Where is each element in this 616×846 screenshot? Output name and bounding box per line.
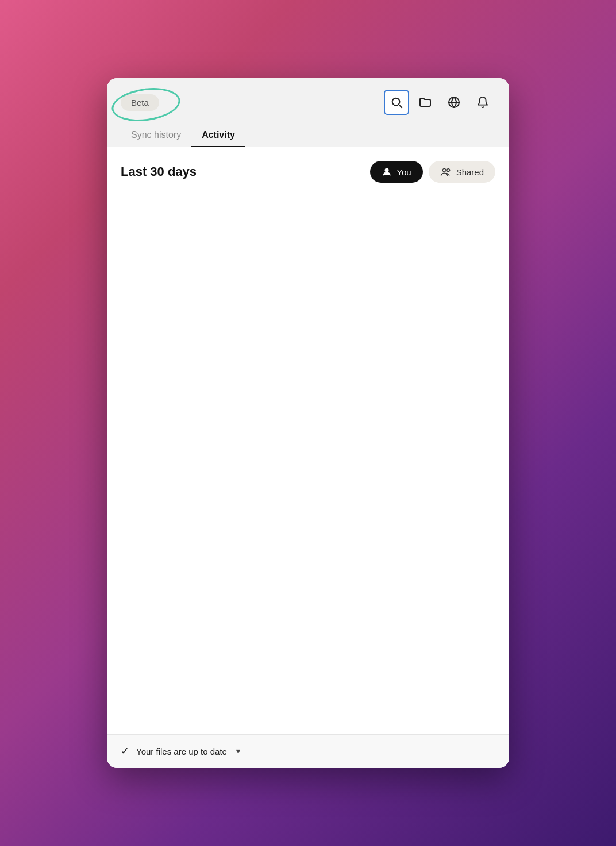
- filter-you-button[interactable]: You: [370, 161, 422, 183]
- filter-shared-button[interactable]: Shared: [429, 161, 495, 183]
- footer: ✓ Your files are up to date ▾: [107, 734, 509, 768]
- header: Beta: [107, 78, 509, 147]
- empty-area: [121, 194, 495, 734]
- you-label: You: [396, 167, 411, 177]
- bell-button[interactable]: [470, 90, 495, 115]
- svg-point-5: [446, 169, 449, 172]
- beta-wrapper: Beta: [121, 94, 159, 111]
- search-icon: [390, 96, 403, 109]
- tab-activity[interactable]: Activity: [191, 124, 245, 147]
- folder-button[interactable]: [413, 90, 438, 115]
- bell-icon: [476, 96, 489, 109]
- period-row: Last 30 days You: [121, 161, 495, 183]
- period-label: Last 30 days: [121, 164, 197, 179]
- header-icons: [384, 90, 495, 115]
- person-icon: [382, 167, 392, 177]
- globe-button[interactable]: [441, 90, 467, 115]
- checkmark-icon: ✓: [121, 745, 129, 757]
- tabs: Sync history Activity: [121, 124, 495, 147]
- shared-icon: [440, 167, 452, 177]
- status-text: Your files are up to date: [136, 747, 227, 756]
- svg-point-3: [385, 168, 388, 172]
- tab-sync-history[interactable]: Sync history: [121, 124, 191, 147]
- main-content: Last 30 days You: [107, 147, 509, 734]
- folder-icon: [418, 95, 432, 109]
- svg-point-4: [442, 168, 446, 172]
- shared-label: Shared: [456, 167, 484, 177]
- app-window: Beta: [107, 78, 509, 768]
- chevron-down-icon[interactable]: ▾: [236, 747, 240, 756]
- globe-icon: [447, 95, 461, 109]
- header-top: Beta: [121, 90, 495, 115]
- beta-badge: Beta: [121, 94, 159, 111]
- svg-line-1: [399, 105, 402, 107]
- search-button[interactable]: [384, 90, 409, 115]
- filter-buttons: You Shared: [370, 161, 495, 183]
